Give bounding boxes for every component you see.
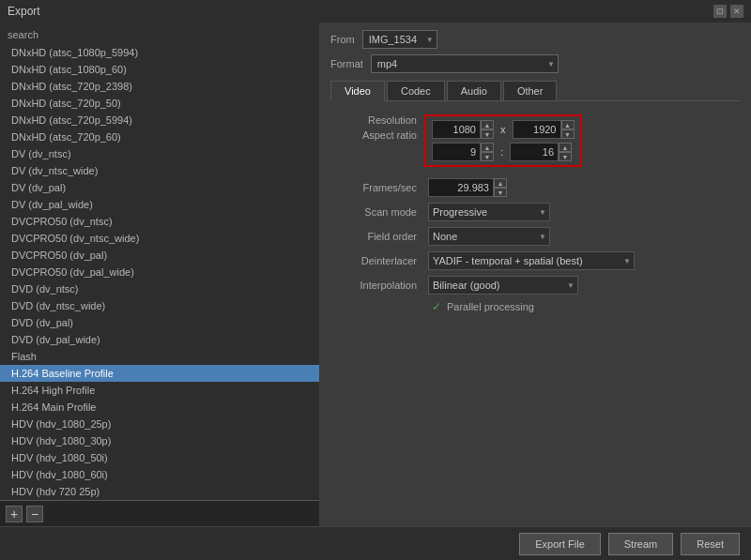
from-row: From IMG_1534 ▼ [330,30,740,49]
aspect-w-wrapper: ▲ ▼ [432,143,494,161]
scan-mode-select[interactable]: Progressive [428,203,550,221]
resolution-w-up[interactable]: ▲ [481,120,494,129]
resolution-row: Resolution [330,114,424,126]
resolution-height-input[interactable] [513,120,561,139]
form-area: Resolution Aspect ratio ▲ [330,109,740,519]
aspect-w-down[interactable]: ▼ [481,152,494,161]
list-item[interactable]: H.264 High Profile [0,382,319,399]
resolution-w-spinners: ▲ ▼ [481,120,494,139]
scan-mode-wrapper: Progressive ▼ [428,203,550,221]
list-item[interactable]: DNxHD (atsc_1080p_60) [0,61,319,78]
list-item[interactable]: DVD (dv_ntsc_wide) [0,297,319,314]
deinterlacer-label: Deinterlacer [330,255,424,266]
preset-list[interactable]: DNxHD (atsc_1080p_5994)DNxHD (atsc_1080p… [0,47,319,500]
list-item[interactable]: DV (dv_ntsc) [0,145,319,162]
resolution-w-down[interactable]: ▼ [481,129,494,139]
list-item[interactable]: H.264 Main Profile [0,399,319,416]
aspect-height-input[interactable] [510,143,559,161]
tab-video[interactable]: Video [330,81,385,101]
list-item[interactable]: DV (dv_ntsc_wide) [0,162,319,179]
list-item[interactable]: HDV (hdv_1080_60i) [0,466,319,483]
aspect-h-spinners: ▲ ▼ [559,143,572,161]
aspect-w-spinners: ▲ ▼ [481,143,494,161]
deinterlacer-select[interactable]: YADIF - temporal + spatial (best) [428,251,635,270]
list-item[interactable]: DNxHD (atsc_720p_5994) [0,112,319,129]
aspect-h-down[interactable]: ▼ [559,152,572,161]
tab-codec[interactable]: Codec [387,81,445,100]
list-item[interactable]: DVCPRO50 (dv_ntsc_wide) [0,230,319,247]
resolution-h-wrapper: ▲ ▼ [513,120,575,139]
bottom-bar: Export File Stream Reset [0,526,751,560]
interpolation-select[interactable]: Bilinear (good) [428,276,578,295]
interpolation-wrapper: Bilinear (good) ▼ [428,276,578,295]
window-title: Export [8,5,40,18]
resolution-inputs: ▲ ▼ x ▲ ▼ [432,120,575,139]
resolution-label: Resolution [330,114,424,126]
resolution-h-up[interactable]: ▲ [561,120,575,129]
tab-audio[interactable]: Audio [447,81,501,100]
frames-down[interactable]: ▼ [494,188,507,197]
aspect-h-up[interactable]: ▲ [559,143,572,152]
resolution-x-label: x [500,124,506,135]
frames-up[interactable]: ▲ [494,178,507,188]
frames-spinners: ▲ ▼ [494,178,507,197]
format-dropdown-wrapper: mp4 ▼ [371,54,559,73]
stream-button[interactable]: Stream [608,533,673,555]
aspect-ratio-label: Aspect ratio [330,129,424,141]
list-item[interactable]: H.264 Baseline Profile [0,365,319,382]
list-item[interactable]: HDV (hdv_1080_25p) [0,416,319,432]
right-panel: From IMG_1534 ▼ Format mp4 ▼ [319,23,751,526]
list-item[interactable]: DV (dv_pal_wide) [0,196,319,213]
maximize-button[interactable]: ⊡ [713,5,727,18]
aspect-width-input[interactable] [432,143,481,161]
list-item[interactable]: DVD (dv_pal) [0,314,319,331]
add-preset-button[interactable]: + [6,506,23,522]
reset-button[interactable]: Reset [681,533,740,555]
main-content: search DNxHD (atsc_1080p_5994)DNxHD (ats… [0,23,751,526]
remove-preset-button[interactable]: − [26,506,43,522]
field-order-select[interactable]: None [428,227,550,246]
resolution-h-down[interactable]: ▼ [561,129,575,139]
resolution-aspect-box: ▲ ▼ x ▲ ▼ [424,114,582,167]
list-item[interactable]: DNxHD (atsc_1080p_5994) [0,47,319,61]
left-panel: search DNxHD (atsc_1080p_5994)DNxHD (ats… [0,23,319,526]
from-dropdown[interactable]: IMG_1534 [362,30,437,49]
scan-mode-label: Scan mode [330,206,424,218]
format-dropdown[interactable]: mp4 [371,54,559,73]
list-item[interactable]: HDV (hdv_1080_50i) [0,449,319,466]
frames-wrapper: ▲ ▼ [428,178,507,197]
list-item[interactable]: DVD (dv_pal_wide) [0,331,319,348]
from-dropdown-wrapper: IMG_1534 ▼ [362,30,437,49]
list-item[interactable]: DNxHD (atsc_720p_50) [0,95,319,112]
list-item[interactable]: DVCPRO50 (dv_ntsc) [0,213,319,230]
list-item[interactable]: DVCPRO50 (dv_pal) [0,247,319,264]
list-item[interactable]: HDV (hdv_1080_30p) [0,432,319,449]
from-label: From [330,34,355,45]
export-file-button[interactable]: Export File [519,533,601,555]
field-order-wrapper: None ▼ [428,227,550,246]
aspect-w-up[interactable]: ▲ [481,143,494,152]
frames-input[interactable] [428,178,494,197]
list-item[interactable]: DV (dv_pal) [0,179,319,196]
deinterlacer-wrapper: YADIF - temporal + spatial (best) ▼ [428,251,635,270]
tab-other[interactable]: Other [503,81,558,100]
list-item[interactable]: DNxHD (atsc_720p_60) [0,129,319,145]
close-button[interactable]: ✕ [730,5,743,18]
export-window: Export ⊡ ✕ search DNxHD (atsc_1080p_5994… [0,0,751,560]
list-item[interactable]: DNxHD (atsc_720p_2398) [0,78,319,95]
search-bar: search [0,23,319,47]
format-label: Format [330,58,363,69]
search-label: search [8,29,38,40]
aspect-ratio-row-label: Aspect ratio [330,129,424,141]
parallel-label: Parallel processing [447,301,534,312]
aspect-colon: : [500,146,503,158]
list-item[interactable]: DVD (dv_ntsc) [0,280,319,297]
list-item[interactable]: Flash [0,348,319,365]
list-item[interactable]: HDV (hdv 720 25p) [0,483,319,500]
resolution-width-input[interactable] [432,120,481,139]
frames-row: Frames/sec ▲ ▼ [330,178,740,197]
list-item[interactable]: DVCPRO50 (dv_pal_wide) [0,264,319,280]
aspect-ratio-inputs: ▲ ▼ : ▲ ▼ [432,143,575,161]
resolution-w-wrapper: ▲ ▼ [432,120,494,139]
title-bar: Export ⊡ ✕ [0,0,751,23]
